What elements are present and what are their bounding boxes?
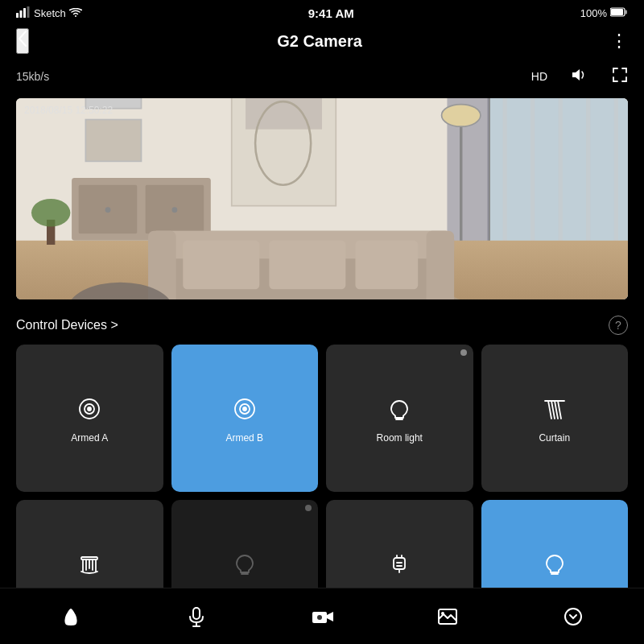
header: G2 Camera ⋮	[0, 23, 644, 62]
nav-camera[interactable]	[302, 597, 342, 637]
curtain-label: Curtain	[539, 432, 570, 444]
svg-rect-49	[269, 241, 345, 289]
carrier-label: Sketch	[34, 7, 66, 19]
device-tile-room-light[interactable]: Room light	[326, 345, 473, 492]
control-title[interactable]: Control Devices >	[16, 318, 118, 332]
status-left: Sketch	[16, 6, 82, 20]
page-title: G2 Camera	[277, 32, 362, 51]
status-time: 9:41 AM	[308, 6, 354, 20]
svg-rect-5	[611, 9, 623, 15]
wifi-icon	[69, 7, 82, 20]
back-button[interactable]	[16, 28, 29, 54]
bottom-nav	[0, 588, 644, 644]
armed-b-label: Armed B	[225, 432, 263, 444]
status-bar: Sketch 9:41 AM 100%	[0, 0, 644, 23]
room-light-icon	[386, 396, 412, 427]
battery-icon	[610, 7, 628, 19]
signal-icon	[16, 6, 31, 20]
quality-button[interactable]: HD	[531, 70, 547, 83]
light-dim-badge	[305, 505, 312, 511]
control-header: Control Devices > ?	[16, 316, 628, 335]
device-tile-armed-b[interactable]: Armed B	[171, 345, 319, 492]
svg-rect-3	[27, 6, 30, 18]
volume-button[interactable]	[572, 68, 588, 84]
svg-point-87	[441, 612, 444, 615]
nav-more[interactable]	[553, 597, 593, 637]
svg-rect-50	[355, 241, 418, 289]
svg-line-62	[548, 401, 551, 419]
light-dim-icon	[232, 551, 258, 582]
svg-point-59	[243, 407, 246, 411]
svg-rect-22	[85, 120, 141, 162]
room-light-badge	[460, 349, 467, 356]
svg-point-53	[31, 199, 70, 227]
nav-mic[interactable]	[176, 597, 217, 637]
roll-icon	[76, 551, 102, 582]
svg-rect-47	[427, 231, 455, 299]
camera-timestamp: 2018/08/15 12:50:22	[24, 105, 113, 116]
armed-a-icon	[76, 396, 102, 427]
svg-rect-1	[20, 10, 23, 18]
battery-label: 100%	[580, 7, 607, 19]
menu-button[interactable]: ⋮	[610, 31, 628, 52]
svg-line-65	[558, 401, 561, 419]
svg-point-27	[171, 207, 177, 213]
svg-rect-2	[23, 8, 26, 18]
status-right: 100%	[580, 7, 628, 19]
svg-rect-80	[193, 608, 200, 619]
nav-home[interactable]	[51, 597, 91, 637]
plug-icon	[386, 551, 412, 582]
camera-scene	[16, 98, 628, 299]
light-active-icon	[542, 551, 568, 582]
svg-point-37	[442, 105, 481, 127]
armed-b-icon	[232, 396, 258, 427]
controls-bar: 15kb/s HD	[0, 62, 644, 90]
svg-point-56	[88, 407, 91, 411]
svg-marker-84	[327, 612, 333, 621]
svg-rect-0	[16, 13, 19, 18]
help-icon[interactable]: ?	[609, 316, 628, 335]
camera-feed[interactable]: 2018/08/15 12:50:22	[16, 98, 628, 299]
svg-rect-6	[625, 10, 628, 14]
device-tile-curtain[interactable]: Curtain	[481, 345, 629, 492]
svg-point-85	[317, 615, 322, 620]
bitrate-label: 15kb/s	[16, 70, 49, 83]
room-light-label: Room light	[377, 432, 423, 444]
svg-point-88	[565, 609, 581, 625]
svg-rect-73	[394, 558, 405, 569]
curtain-icon	[542, 396, 568, 427]
device-tile-armed-a[interactable]: Armed A	[16, 345, 163, 492]
fullscreen-button[interactable]	[612, 67, 628, 85]
nav-gallery[interactable]	[427, 597, 468, 637]
svg-rect-48	[183, 241, 259, 289]
svg-point-26	[105, 207, 111, 213]
armed-a-label: Armed A	[71, 432, 108, 444]
svg-line-63	[551, 401, 555, 419]
svg-line-64	[555, 401, 558, 419]
